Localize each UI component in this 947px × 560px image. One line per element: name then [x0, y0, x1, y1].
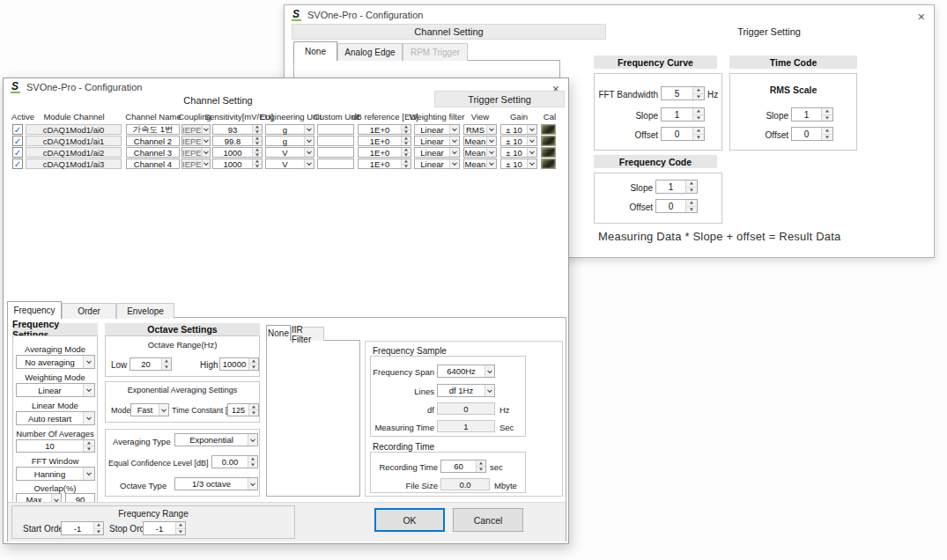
- channel-setting-button[interactable]: Channel Setting: [292, 24, 606, 40]
- custom-unit-input[interactable]: [317, 124, 354, 135]
- coupling-select[interactable]: IEPE: [181, 147, 211, 158]
- view-select[interactable]: Mean: [463, 158, 497, 169]
- spinner-arrows-icon[interactable]: [252, 125, 262, 134]
- spinner-arrows-icon[interactable]: [401, 136, 411, 145]
- view-select[interactable]: Mean: [463, 136, 497, 146]
- custom-unit-input[interactable]: [317, 158, 354, 169]
- spinner-arrows-icon[interactable]: [821, 108, 832, 121]
- offset-spinner[interactable]: 0: [791, 127, 833, 141]
- gain-select[interactable]: ± 10: [500, 158, 537, 169]
- sensitivity-spinner[interactable]: 93: [212, 124, 263, 135]
- module-channel-cell[interactable]: cDAQ1Mod1/ai3: [26, 158, 122, 169]
- slope-spinner[interactable]: 1: [661, 107, 705, 122]
- spinner-arrows-icon[interactable]: [401, 125, 411, 134]
- active-checkbox[interactable]: ✓: [12, 147, 23, 158]
- sensitivity-spinner[interactable]: 1000: [212, 158, 263, 169]
- custom-unit-input[interactable]: [317, 136, 354, 146]
- weighting-filter-select[interactable]: Linear: [414, 136, 460, 146]
- equal-confidence-spinner[interactable]: 0.00: [211, 455, 258, 468]
- spinner-arrows-icon[interactable]: [401, 148, 411, 157]
- recording-time-spinner[interactable]: 60: [440, 460, 486, 473]
- spinner-arrows-icon[interactable]: [692, 87, 704, 99]
- slope-spinner[interactable]: 1: [655, 180, 698, 194]
- linear-mode-select[interactable]: Auto restart: [16, 411, 95, 425]
- tab-filter-none[interactable]: None: [266, 325, 291, 341]
- active-checkbox[interactable]: ✓: [12, 136, 23, 146]
- tab-frequency[interactable]: Frequency: [7, 301, 62, 319]
- view-select[interactable]: RMS: [463, 124, 497, 135]
- time-constant-spinner[interactable]: 125: [227, 403, 259, 416]
- weighting-filter-select[interactable]: Linear: [414, 147, 460, 158]
- fft-bandwidth-spinner[interactable]: 5: [661, 86, 705, 100]
- weighting-mode-select[interactable]: Linear: [16, 383, 95, 397]
- spinner-arrows-icon[interactable]: [401, 159, 411, 168]
- spinner-arrows-icon[interactable]: [252, 148, 262, 157]
- frequency-span-select[interactable]: 6400Hz: [437, 365, 495, 378]
- spinner-arrows-icon[interactable]: [248, 456, 257, 468]
- mode-select[interactable]: Fast: [130, 403, 169, 416]
- engineering-unit-select[interactable]: V: [265, 147, 314, 158]
- spinner-arrows-icon[interactable]: [83, 440, 94, 452]
- engineering-unit-select[interactable]: g: [265, 136, 314, 146]
- tab-iir-filter[interactable]: IIR Filter: [291, 327, 324, 341]
- module-channel-cell[interactable]: cDAQ1Mod1/ai2: [26, 147, 122, 158]
- cal-button[interactable]: [541, 124, 556, 135]
- spinner-arrows-icon[interactable]: [685, 200, 697, 212]
- db-reference-spinner[interactable]: 1E+0: [358, 124, 411, 135]
- spinner-arrows-icon[interactable]: [248, 404, 258, 416]
- active-checkbox[interactable]: ✓: [12, 124, 23, 135]
- sensitivity-spinner[interactable]: 1000: [212, 147, 263, 158]
- cal-button[interactable]: [541, 136, 556, 146]
- db-reference-spinner[interactable]: 1E+0: [358, 136, 411, 146]
- number-of-averages-spinner[interactable]: 10: [16, 439, 95, 453]
- ok-button[interactable]: OK: [374, 508, 445, 532]
- channel-name-input[interactable]: 가속도 1번: [126, 124, 180, 135]
- averaging-mode-select[interactable]: No averaging: [16, 355, 95, 369]
- cal-button[interactable]: [541, 147, 556, 158]
- coupling-select[interactable]: IEPE: [181, 158, 211, 169]
- weighting-filter-select[interactable]: Linear: [414, 124, 460, 135]
- spinner-arrows-icon[interactable]: [175, 522, 185, 534]
- spinner-arrows-icon[interactable]: [692, 128, 704, 140]
- weighting-filter-select[interactable]: Linear: [414, 158, 460, 169]
- close-icon[interactable]: ×: [918, 11, 925, 23]
- averaging-type-select[interactable]: Exponential: [174, 433, 258, 446]
- low-spinner[interactable]: 20: [129, 357, 172, 371]
- spinner-arrows-icon[interactable]: [821, 128, 832, 140]
- tab-analog-edge[interactable]: Analog Edge: [337, 43, 403, 61]
- coupling-select[interactable]: IEPE: [181, 124, 211, 135]
- offset-spinner[interactable]: 0: [661, 127, 705, 141]
- lines-select[interactable]: df 1Hz: [437, 384, 495, 397]
- spinner-arrows-icon[interactable]: [248, 358, 258, 370]
- module-channel-cell[interactable]: cDAQ1Mod1/ai0: [26, 124, 122, 135]
- tab-order[interactable]: Order: [62, 303, 116, 319]
- view-select[interactable]: Mean: [463, 147, 497, 158]
- tab-none[interactable]: None: [293, 41, 337, 61]
- active-checkbox[interactable]: ✓: [12, 158, 23, 169]
- engineering-unit-select[interactable]: g: [265, 124, 314, 135]
- module-channel-cell[interactable]: cDAQ1Mod1/ai1: [26, 136, 122, 146]
- channel-name-input[interactable]: Channel 4: [126, 158, 180, 169]
- slope-spinner[interactable]: 1: [791, 107, 833, 122]
- spinner-arrows-icon[interactable]: [692, 108, 704, 121]
- spinner-arrows-icon[interactable]: [685, 181, 697, 193]
- spinner-arrows-icon[interactable]: [252, 136, 262, 145]
- high-spinner[interactable]: 10000: [219, 357, 259, 371]
- spinner-arrows-icon[interactable]: [93, 522, 103, 534]
- spinner-arrows-icon[interactable]: [161, 358, 171, 370]
- channel-name-input[interactable]: Channel 3: [126, 147, 180, 158]
- custom-unit-input[interactable]: [317, 147, 354, 158]
- coupling-select[interactable]: IEPE: [181, 136, 211, 146]
- gain-select[interactable]: ± 10: [500, 136, 537, 146]
- cancel-button[interactable]: Cancel: [453, 508, 523, 532]
- stop-order-spinner[interactable]: -1: [143, 521, 186, 535]
- channel-name-input[interactable]: Channel 2: [126, 136, 180, 146]
- db-reference-spinner[interactable]: 1E+0: [358, 147, 411, 158]
- sensitivity-spinner[interactable]: 99.8: [212, 136, 263, 146]
- offset-spinner[interactable]: 0: [655, 199, 698, 213]
- tab-envelope[interactable]: Envelope: [116, 303, 174, 319]
- db-reference-spinner[interactable]: 1E+0: [358, 158, 411, 169]
- start-order-spinner[interactable]: -1: [61, 521, 104, 535]
- gain-select[interactable]: ± 10: [500, 147, 537, 158]
- gain-select[interactable]: ± 10: [500, 124, 537, 135]
